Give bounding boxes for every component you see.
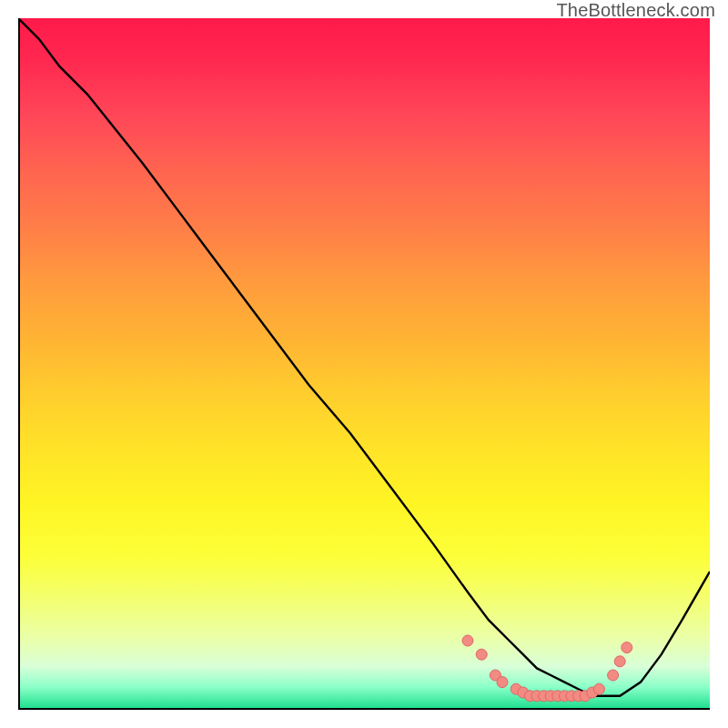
- watermark-text: TheBottleneck.com: [556, 0, 715, 21]
- plot-area: [18, 18, 710, 710]
- chart-container: TheBottleneck.com: [0, 0, 728, 728]
